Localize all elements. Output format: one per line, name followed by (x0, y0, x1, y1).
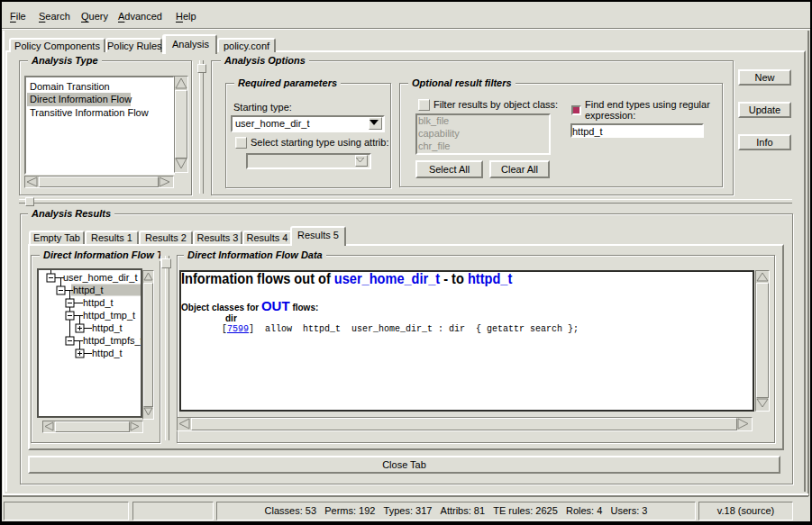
svg-text:user_home_dir_t: user_home_dir_t (63, 272, 138, 283)
svg-text:httpd_t: httpd_t (83, 297, 114, 308)
svg-text:httpd_t: httpd_t (73, 285, 104, 295)
svg-text:httpd_tmpfs_t: httpd_tmpfs_t (83, 335, 141, 346)
svg-text:httpd_t: httpd_t (92, 348, 123, 358)
svg-text:httpd_tmp_t: httpd_tmp_t (83, 310, 135, 321)
svg-text:httpd_t: httpd_t (92, 322, 123, 333)
